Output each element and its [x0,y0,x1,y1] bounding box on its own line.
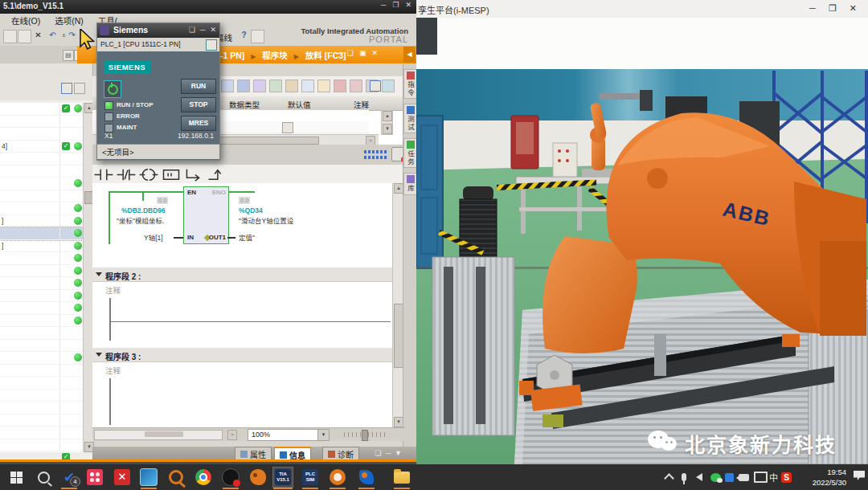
recorder-app-icon[interactable] [221,468,240,487]
search-icon[interactable] [34,468,53,487]
download-icon[interactable] [269,80,282,92]
network2-header[interactable]: 程序段 2 : [92,267,392,282]
compare-icon[interactable] [237,80,250,92]
breadcrumb-program-blocks[interactable]: 程序块 [262,51,288,60]
collapse-right-panel-icon[interactable]: ◀ [403,47,416,63]
plcsim-titlebar[interactable]: Siemens ❏ ─ ✕ [97,23,219,38]
editor-minimize-button[interactable]: ─ [336,49,341,57]
editor-float-button[interactable]: ❏ [347,49,354,57]
close-branch-icon[interactable] [206,166,227,183]
inspector-tab-properties[interactable]: 属性 [235,447,272,460]
window-layout-icon[interactable] [251,30,264,43]
plcsim-taskbar-icon[interactable]: PLCSIM [301,468,320,487]
table-view-icon[interactable] [61,83,72,94]
inspector-tab-diagnostics[interactable]: 诊断 [322,447,359,460]
list-view-icon[interactable] [301,80,314,92]
tree-row[interactable]: ] [0,215,83,228]
bluetooth-tray-icon[interactable] [725,464,734,490]
file-explorer-icon[interactable] [392,468,411,487]
sim-minimize-button[interactable]: ─ [809,3,816,14]
menu-online[interactable]: 在线(O) [11,14,40,27]
tree-row[interactable] [0,402,83,414]
inspector-float-icon[interactable]: ❏ [375,449,382,457]
plcsim-dialog[interactable]: Siemens ❏ ─ ✕ PLC_1 [CPU 1511C-1 PN] SIE… [96,22,220,161]
zoom-slider[interactable] [344,432,386,437]
red-x-app-icon[interactable]: ✕ [113,468,132,487]
tree-row[interactable] [0,165,83,178]
tree-row[interactable] [0,116,83,129]
output-operand[interactable]: %QD34 [239,206,263,214]
sim-3d-viewport[interactable]: ABB 北京象新力科技 [416,69,868,464]
tree-row[interactable] [0,290,83,303]
tree-row[interactable] [0,327,83,340]
device-view-icon[interactable] [206,39,217,51]
scroll-up-icon[interactable]: ▲ [383,111,392,121]
empty-box-icon[interactable] [161,166,182,183]
plcsim-float-button[interactable]: ❏ [189,26,195,34]
tia-titlebar[interactable]: 5.1\demo_V15.1 ─ ❐ ✕ [0,0,416,14]
wizard-icon[interactable] [317,80,330,92]
insert-network-icon[interactable] [221,80,234,92]
hscroll-thumb[interactable] [213,137,319,145]
no-contact-icon[interactable] [93,166,114,183]
tree-row[interactable]: ✓ [0,103,83,116]
tree-row[interactable] [0,427,83,439]
add-table-icon[interactable] [74,83,85,94]
tree-row[interactable] [0,153,83,165]
speaker-icon[interactable] [696,464,702,490]
side-tab-testing[interactable]: 测试 [403,104,418,133]
scroll-down-icon[interactable]: ▼ [383,124,392,134]
microphone-icon[interactable] [682,464,686,490]
sogou-tray-icon[interactable]: S [781,464,792,490]
tia-restore-button[interactable]: ❐ [392,1,399,9]
tree-row[interactable] [0,439,83,452]
photos-app-icon[interactable] [139,468,158,487]
camera-tray-icon[interactable] [739,464,749,490]
chrome-icon[interactable] [194,468,213,487]
collapse-triangle-icon[interactable] [96,353,102,357]
move-block[interactable]: EN ENO IN OUT1 [183,186,229,244]
side-tab-instructions[interactable]: 指令 [403,69,418,99]
undo-icon[interactable]: ↶ [47,30,59,42]
input-operand[interactable]: %DB2.DBD96 [121,206,166,214]
tree-row[interactable] [0,352,83,365]
tree-row[interactable] [0,252,83,265]
upload-icon[interactable] [285,80,298,92]
open-branch-icon[interactable] [183,166,204,183]
go-to-online-icon[interactable] [334,80,346,92]
ime-indicator[interactable]: 中 [769,464,778,490]
bird-app-icon[interactable] [248,468,268,487]
interface-vscroll[interactable]: ▲ ▼ [381,110,393,135]
delete-icon[interactable]: ✕ [32,30,44,42]
side-tab-libraries[interactable]: 库 [403,173,418,195]
redo-icon[interactable]: ↷ [66,30,78,42]
ladder-editor[interactable]: EN ENO IN OUT1 0.0 %DB2.DBD96 "坐标"模组坐标. … [92,183,392,427]
browse-button[interactable] [282,122,293,133]
taskbar-clock[interactable]: 19:54 2022/5/30 [800,467,846,488]
tree-row[interactable] [0,377,83,390]
network2-comment[interactable]: 注释 [105,284,121,296]
block-call-icon[interactable] [253,80,266,92]
settings-table-icon[interactable] [370,80,381,92]
everything-search-icon[interactable] [166,468,186,487]
tree-row[interactable] [0,265,83,278]
notification-center-icon[interactable] [854,471,865,480]
mres-button[interactable]: MRES [181,116,216,131]
inspector-minimize-icon[interactable]: ─ [386,449,391,457]
go-to-offline-icon[interactable] [350,80,362,92]
clock-app-icon[interactable] [85,468,104,487]
tree-row[interactable] [0,178,83,190]
tree-row[interactable] [0,365,83,378]
power-button[interactable] [104,80,121,98]
tree-row[interactable]: ] [0,240,83,253]
tree-row[interactable] [0,302,83,315]
sim-close-button[interactable]: ✕ [850,3,857,14]
zoom-combobox[interactable]: 100% ▼ [248,429,330,441]
run-button[interactable]: RUN [181,79,216,94]
blue-app-icon[interactable] [357,468,376,487]
editor-vscroll[interactable]: ▲ ▼ [392,183,403,427]
todo-app-icon[interactable]: ✔ 4 [59,468,79,487]
plcsim-close-button[interactable]: ✕ [210,26,216,34]
tia-minimize-button[interactable]: ─ [381,1,386,9]
sim-titlebar[interactable]: 孪生平台(i-MESP) ─ ❐ ✕ [416,0,868,18]
